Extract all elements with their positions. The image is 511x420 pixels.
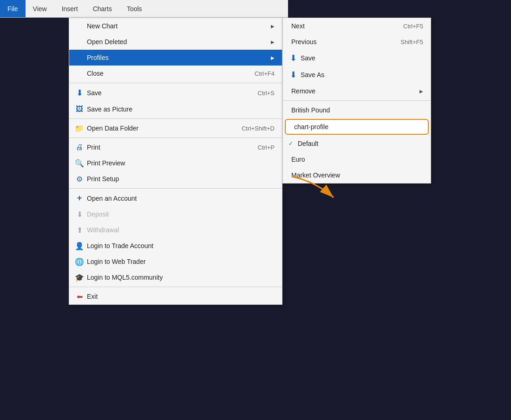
graduation-icon: 🎓 (75, 273, 84, 282)
save-icon: ⬇ (75, 88, 84, 98)
submenu-item-save[interactable]: ⬇ Save (283, 50, 431, 66)
globe-icon: 🌐 (75, 257, 84, 266)
menu-item-profiles[interactable]: Profiles ▶ (69, 50, 282, 66)
menu-item-save-as-picture[interactable]: 🖼 Save as Picture (69, 101, 282, 117)
menu-view[interactable]: View (26, 0, 54, 17)
menu-item-exit[interactable]: ⬅ Exit (69, 289, 282, 304)
file-menu-dropdown: New Chart ▶ Open Deleted ▶ Profiles ▶ Cl… (69, 18, 282, 305)
print-icon: 🖨 (75, 143, 84, 151)
profiles-arrow: ▶ (271, 55, 275, 60)
menu-item-open-data-folder[interactable]: 📁 Open Data Folder Ctrl+Shift+D (69, 120, 282, 136)
submenu-item-default[interactable]: ✓ Default (283, 136, 431, 151)
menu-item-open-deleted[interactable]: Open Deleted ▶ (69, 34, 282, 50)
menu-bar: File View Insert Charts Tools (0, 0, 288, 18)
menu-item-withdrawal[interactable]: ⬆ Withdrawal (69, 222, 282, 238)
menu-item-login-mql5[interactable]: 🎓 Login to MQL5.community (69, 269, 282, 285)
submenu-item-euro[interactable]: Euro (283, 151, 431, 167)
withdrawal-icon: ⬆ (75, 226, 84, 235)
print-setup-icon: ⚙ (75, 175, 84, 184)
submenu-item-remove[interactable]: Remove ▶ (283, 83, 431, 99)
menu-item-save[interactable]: ⬇ Save Ctrl+S (69, 85, 282, 101)
save-picture-icon: 🖼 (75, 105, 84, 113)
remove-arrow: ▶ (419, 89, 423, 94)
submenu-item-chart-profile[interactable]: chart-profile (285, 119, 429, 135)
submenu-item-previous[interactable]: Previous Shift+F5 (283, 34, 431, 50)
menu-item-login-web[interactable]: 🌐 Login to Web Trader (69, 254, 282, 269)
submenu-item-next[interactable]: Next Ctrl+F5 (283, 18, 431, 34)
menu-item-print-preview[interactable]: 🔍 Print Preview (69, 155, 282, 171)
menu-insert[interactable]: Insert (54, 0, 85, 17)
default-checkmark: ✓ (288, 140, 293, 147)
submenu-item-british-pound[interactable]: British Pound (283, 102, 431, 118)
menu-item-new-chart[interactable]: New Chart ▶ (69, 18, 282, 34)
submenu-save-as-icon: ⬇ (288, 70, 298, 80)
open-deleted-arrow: ▶ (271, 39, 275, 45)
menu-charts[interactable]: Charts (85, 0, 119, 17)
divider-2 (69, 118, 282, 119)
folder-icon: 📁 (75, 124, 84, 133)
submenu-item-market-overview[interactable]: Market Overview (283, 167, 431, 183)
divider-5 (69, 287, 282, 287)
menu-item-deposit[interactable]: ⬇ Deposit (69, 206, 282, 222)
exit-icon: ⬅ (75, 292, 84, 301)
menu-tools[interactable]: Tools (119, 0, 150, 17)
divider-3 (69, 138, 282, 138)
menu-item-close[interactable]: Close Ctrl+F4 (69, 66, 282, 81)
submenu-save-icon: ⬇ (288, 53, 298, 63)
menu-item-print[interactable]: 🖨 Print Ctrl+P (69, 139, 282, 155)
divider-1 (69, 83, 282, 83)
menu-item-login-trade[interactable]: 👤 Login to Trade Account (69, 238, 282, 254)
new-chart-arrow: ▶ (271, 24, 275, 29)
submenu-divider-1 (283, 100, 431, 101)
submenu-item-save-as[interactable]: ⬇ Save As (283, 66, 431, 83)
print-preview-icon: 🔍 (75, 159, 84, 168)
user-icon: 👤 (75, 242, 84, 250)
menu-item-open-account[interactable]: + Open an Account (69, 190, 282, 206)
deposit-icon: ⬇ (75, 210, 84, 219)
divider-4 (69, 188, 282, 189)
plus-icon: + (75, 193, 84, 203)
menu-file[interactable]: File (0, 0, 26, 17)
menu-item-print-setup[interactable]: ⚙ Print Setup (69, 171, 282, 187)
profiles-submenu: Next Ctrl+F5 Previous Shift+F5 ⬇ Save ⬇ … (282, 18, 431, 184)
